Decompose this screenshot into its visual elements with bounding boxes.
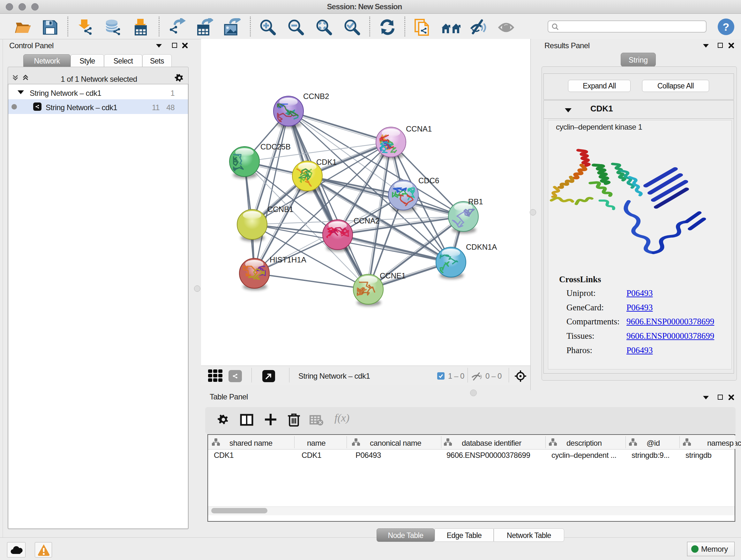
svg-text:CCNB2: CCNB2 xyxy=(303,92,329,101)
svg-text:CCNB1: CCNB1 xyxy=(267,205,293,213)
svg-text:CCNA1: CCNA1 xyxy=(406,125,432,133)
svg-text:CDC6: CDC6 xyxy=(418,176,439,185)
svg-text:CCNE1: CCNE1 xyxy=(380,271,406,280)
svg-text:RB1: RB1 xyxy=(468,197,483,206)
svg-text:CDKN1A: CDKN1A xyxy=(466,243,497,251)
svg-text:HIST1H1A: HIST1H1A xyxy=(270,255,307,264)
svg-text:CCNA2: CCNA2 xyxy=(354,216,380,225)
svg-text:CDC25B: CDC25B xyxy=(260,142,291,151)
svg-text:CDK1: CDK1 xyxy=(316,158,337,166)
